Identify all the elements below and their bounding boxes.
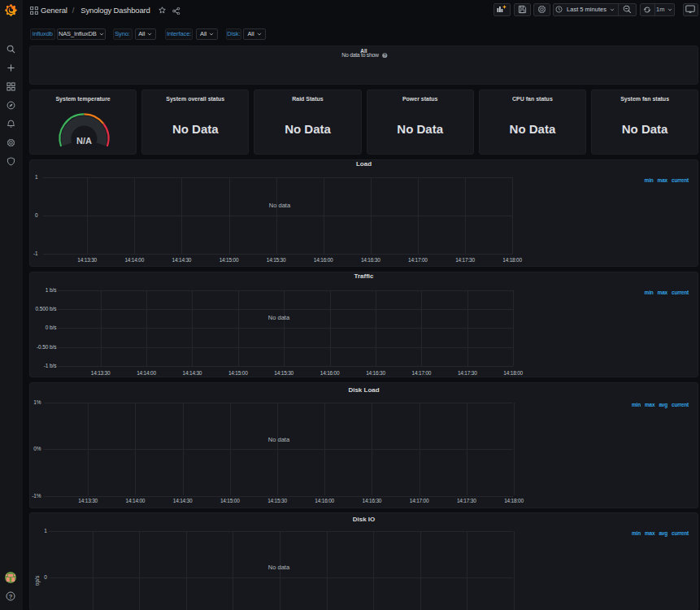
svg-text:N/A: N/A — [76, 136, 92, 146]
svg-text:?: ? — [9, 593, 13, 600]
svg-text:?: ? — [384, 53, 386, 57]
